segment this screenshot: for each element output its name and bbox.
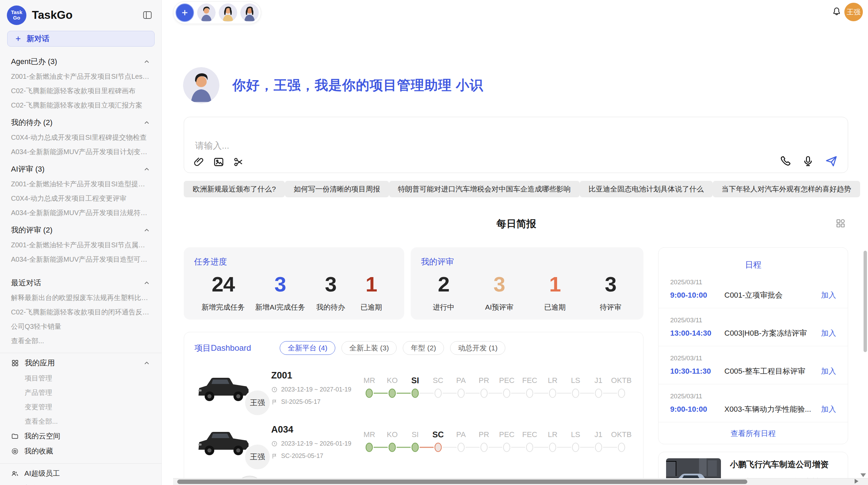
sidebar-item[interactable]: A034-全新新能源MUV产品开发项目造型可行性评审	[0, 252, 161, 266]
chevron-up-icon	[143, 279, 150, 287]
milestone[interactable]: LS	[564, 374, 587, 399]
stat-label: 已逾期	[540, 302, 570, 312]
chevron-up-icon[interactable]	[143, 359, 150, 367]
sidebar-section-header[interactable]: Agent已办 (3)	[0, 54, 161, 69]
milestone[interactable]: FEC	[518, 374, 541, 399]
sidebar-item[interactable]: C0X4-动力总成开发项目工程变更评审	[0, 191, 161, 206]
dashboard-tab[interactable]: 动总开发 (1)	[450, 341, 506, 355]
event-date: 2025/03/11	[670, 316, 836, 324]
my-apps-subitem[interactable]: 查看全部...	[0, 414, 161, 428]
new-chat-button[interactable]: 新对话	[7, 31, 155, 47]
sidebar-section-header[interactable]: 我的评审 (2)	[0, 223, 161, 238]
milestone[interactable]: FEC	[518, 428, 541, 453]
add-agent-button[interactable]	[176, 3, 194, 22]
phone-icon[interactable]	[779, 155, 792, 167]
sidebar-item[interactable]: Z001-全新燃油皮卡产品开发项目SI节点Lesson Learn报告	[0, 69, 161, 84]
milestone[interactable]: J1	[587, 428, 610, 453]
milestone[interactable]: LS	[564, 428, 587, 453]
milestone-dot	[549, 443, 556, 452]
sidebar-item[interactable]: C02-飞腾新能源轻客改款项目里程碑画布	[0, 84, 161, 98]
assistant-avatar	[183, 67, 219, 103]
sidebar-item[interactable]: 查看全部...	[0, 334, 161, 348]
sidebar-item-star[interactable]: 我的收藏	[0, 444, 161, 459]
milestone[interactable]: SC	[426, 428, 449, 453]
microphone-icon[interactable]	[802, 155, 814, 167]
sidebar-item[interactable]: C0X4-动力总成开发项目SI里程碑提交物检查	[0, 130, 161, 145]
milestone[interactable]: KO	[381, 428, 404, 453]
scissors-icon[interactable]	[233, 156, 244, 168]
join-link[interactable]: 加入	[821, 328, 836, 338]
notification-bell-icon[interactable]	[831, 6, 842, 17]
chat-input[interactable]: 请输入...	[195, 140, 229, 152]
sidebar-item-photo[interactable]: 帮我写作	[0, 481, 161, 485]
sidebar-item[interactable]: A034-全新新能源MUV产品开发项目法规符合性评审	[0, 206, 161, 220]
my-apps-subitem[interactable]: 产品管理	[0, 385, 161, 400]
milestone[interactable]: PA	[449, 428, 472, 453]
sidebar-item[interactable]: 解释最新出台的欧盟报废车法规再生塑料比例被调至15%...	[0, 290, 161, 305]
agent-avatar-1[interactable]	[197, 3, 216, 22]
sidebar-section-header[interactable]: 我的待办 (2)	[0, 115, 161, 130]
milestone[interactable]: OKTB	[610, 428, 633, 453]
agent-avatar-3[interactable]	[240, 3, 259, 22]
milestone[interactable]: KO	[381, 374, 404, 399]
sidebar-item[interactable]: Z001-全新燃油轻卡产品开发项目SI造型提交物评审	[0, 177, 161, 191]
milestone[interactable]: PR	[472, 428, 495, 453]
milestone-label: SI	[404, 374, 427, 387]
collapse-sidebar-icon[interactable]	[142, 10, 153, 20]
sidebar-section-header[interactable]: AI评审 (3)	[0, 162, 161, 177]
my-apps-subitem[interactable]: 变更管理	[0, 400, 161, 414]
sidebar-item-folder[interactable]: 我的云空间	[0, 428, 161, 444]
schedule-card: 日程 2025/03/119:00-10:00C001-立项审批会加入2025/…	[658, 247, 848, 444]
view-all-schedule-link[interactable]: 查看所有日程	[659, 422, 848, 439]
suggestion-chip[interactable]: 比亚迪全固态电池计划具体说了什么	[580, 181, 713, 197]
milestone[interactable]: PEC	[495, 428, 518, 453]
suggestion-chip[interactable]: 特朗普可能对进口汽车增税会对中国车企造成哪些影响	[389, 181, 580, 197]
milestone[interactable]: LR	[541, 428, 564, 453]
horizontal-scrollbar-thumb[interactable]	[177, 480, 747, 484]
send-icon[interactable]	[824, 154, 838, 168]
scroll-down-arrow-icon[interactable]	[860, 473, 866, 477]
sidebar-item-my-apps[interactable]: 我的应用	[0, 355, 161, 371]
layout-grid-icon[interactable]	[835, 218, 846, 229]
milestone-label: PR	[472, 374, 495, 387]
sidebar-item[interactable]: A034-全新新能源MUV产品开发项目计划变更表编写	[0, 145, 161, 159]
milestone[interactable]: SC	[426, 374, 449, 399]
sidebar-section-header[interactable]: 最近对话	[0, 275, 161, 290]
suggestion-chip[interactable]: 如何写一份清晰的项目周报	[285, 181, 389, 197]
milestone[interactable]: J1	[587, 374, 610, 399]
sidebar-item-people[interactable]: AI超级员工	[0, 466, 161, 481]
user-avatar[interactable]: 王强	[844, 3, 863, 21]
suggestion-chip[interactable]: 当下年轻人对汽车外观有怎样的喜好趋势	[713, 181, 860, 197]
scroll-right-arrow-icon[interactable]	[855, 479, 858, 484]
agent-avatar-2[interactable]	[219, 3, 237, 22]
suggestion-chip[interactable]: 欧洲新规最近颁布了什么?	[184, 181, 285, 197]
dashboard-tab[interactable]: 全新上装 (3)	[341, 341, 397, 355]
clock-icon	[271, 386, 278, 393]
attachment-icon[interactable]	[193, 156, 205, 168]
milestone[interactable]: MR	[358, 428, 381, 453]
sidebar-item[interactable]: C02-飞腾新能源轻客改款项目的闭环通告反馈情况	[0, 305, 161, 319]
horizontal-scrollbar-track[interactable]	[173, 478, 868, 485]
milestone[interactable]: MR	[358, 374, 381, 399]
milestone[interactable]: SI	[404, 428, 427, 453]
milestone[interactable]: SI	[404, 374, 427, 399]
milestone[interactable]: PEC	[495, 374, 518, 399]
join-link[interactable]: 加入	[821, 290, 836, 300]
sidebar-item[interactable]: Z001-全新燃油轻卡产品开发项目SI节点属性5D文件评审	[0, 238, 161, 252]
milestone-dot	[412, 443, 419, 452]
milestone[interactable]: OKTB	[610, 374, 633, 399]
suggestion-chips: 欧洲新规最近颁布了什么?如何写一份清晰的项目周报特朗普可能对进口汽车增税会对中国…	[184, 181, 849, 197]
sidebar-item[interactable]: C02-飞腾新能源轻客改款项目立项汇报方案	[0, 98, 161, 112]
join-link[interactable]: 加入	[821, 404, 836, 414]
my-apps-subitem[interactable]: 项目管理	[0, 371, 161, 385]
schedule-title: 日程	[659, 248, 848, 270]
vertical-scrollbar-thumb[interactable]	[864, 251, 867, 352]
dashboard-tab[interactable]: 年型 (2)	[403, 341, 444, 355]
milestone[interactable]: PR	[472, 374, 495, 399]
sidebar-item[interactable]: 公司Q3轻卡销量	[0, 319, 161, 334]
milestone[interactable]: PA	[449, 374, 472, 399]
image-icon[interactable]	[213, 156, 225, 168]
dashboard-tab[interactable]: 全新平台 (4)	[280, 341, 335, 355]
join-link[interactable]: 加入	[821, 366, 836, 376]
milestone[interactable]: LR	[541, 374, 564, 399]
